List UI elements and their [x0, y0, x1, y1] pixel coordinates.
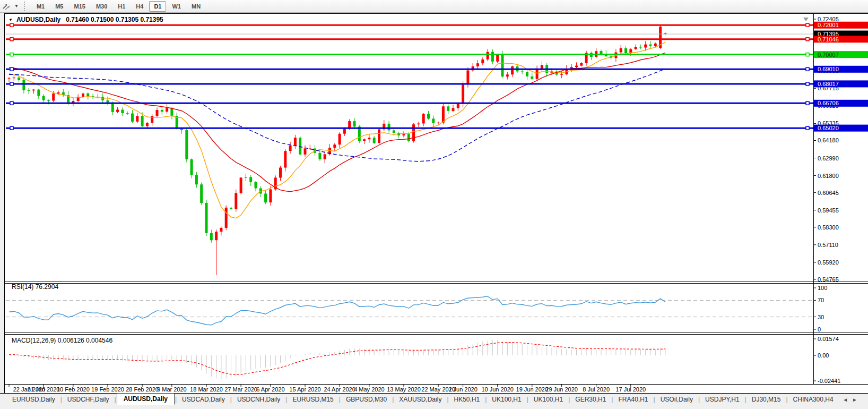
chart-dropdown-icon[interactable]: ▼ [8, 18, 13, 22]
hline-price-label-0.66706: 0.66706 [814, 100, 868, 107]
timeframe-button-m1[interactable]: M1 [32, 1, 49, 12]
svg-text:19 Feb 2020: 19 Feb 2020 [91, 386, 124, 393]
symbol-tab-bar: EURUSD,Daily|USDCHF,Daily|AUDUSD,Daily|U… [0, 393, 868, 405]
svg-text:0.64180: 0.64180 [818, 137, 839, 143]
svg-text:0.65020: 0.65020 [818, 125, 839, 131]
svg-text:18 Mar 2020: 18 Mar 2020 [190, 386, 223, 393]
symbol-tab-uk100-h1[interactable]: UK100,H1 [529, 394, 568, 405]
svg-text:0.60645: 0.60645 [818, 190, 839, 196]
hline-price-label-0.70007: 0.70007 [814, 51, 868, 58]
toolbar-grip[interactable] [24, 2, 27, 11]
svg-text:70: 70 [818, 297, 824, 303]
symbol-tab-ger30-h1[interactable]: GER30,H1 [570, 394, 611, 405]
bottom-strip [0, 405, 868, 409]
svg-text:0.68017: 0.68017 [818, 81, 839, 87]
chart-ohlc-values: 0.71460 0.71500 0.71305 0.71395 [66, 16, 163, 23]
symbol-tab-hk50-h1[interactable]: HK50,H1 [449, 394, 485, 405]
svg-text:28 Feb 2020: 28 Feb 2020 [126, 386, 159, 393]
chart-symbol-label: AUDUSD,Daily [16, 16, 60, 23]
svg-text:8 Jul 2020: 8 Jul 2020 [583, 386, 610, 393]
svg-text:29 Jun 2020: 29 Jun 2020 [545, 386, 578, 393]
svg-text:0: 0 [818, 326, 821, 333]
svg-text:0.62990: 0.62990 [818, 155, 839, 161]
chart-canvas[interactable]: 0.724050.712150.700600.689050.677150.665… [5, 14, 868, 394]
tabs-scroll-arrows[interactable]: ◄► [843, 397, 868, 403]
timeframe-button-m5[interactable]: M5 [50, 1, 68, 12]
timeframe-button-m15[interactable]: M15 [69, 1, 90, 12]
symbol-tab-uk100-h1[interactable]: UK100,H1 [487, 394, 526, 405]
hline-price-label-0.72001: 0.72001 [814, 22, 868, 29]
chart-title: ▼ AUDUSD,Daily 0.71460 0.71500 0.71305 0… [8, 16, 163, 23]
hline-price-label-0.65020: 0.65020 [814, 125, 868, 132]
svg-text:30: 30 [818, 314, 824, 320]
hline-price-label-0.71046: 0.71046 [814, 36, 868, 42]
rsi-indicator-label: RSI(14) 76.2904 [12, 283, 58, 291]
symbol-tab-usdcad-daily[interactable]: USDCAD,Daily [177, 394, 230, 405]
svg-text:19 Jun 2020: 19 Jun 2020 [516, 386, 549, 393]
svg-text:0.55920: 0.55920 [818, 259, 839, 266]
svg-text:100: 100 [818, 285, 827, 291]
svg-text:0.61800: 0.61800 [818, 173, 839, 179]
svg-text:1 Jun 2020: 1 Jun 2020 [448, 386, 477, 393]
svg-text:17 Jul 2020: 17 Jul 2020 [615, 386, 646, 393]
svg-text:4 May 2020: 4 May 2020 [354, 386, 384, 393]
symbol-tab-china300-h4[interactable]: CHINA300,H4 [788, 394, 838, 405]
svg-text:0.01574: 0.01574 [818, 336, 839, 342]
svg-text:0.58300: 0.58300 [818, 224, 839, 231]
timeframe-button-w1[interactable]: W1 [167, 1, 186, 12]
symbol-tab-eurusd-m15[interactable]: EURUSD,M15 [288, 394, 338, 405]
svg-text:0.57110: 0.57110 [818, 242, 838, 248]
svg-text:9 Mar 2020: 9 Mar 2020 [157, 386, 187, 393]
svg-text:10 Jun 2020: 10 Jun 2020 [481, 386, 514, 393]
svg-text:6 Apr 2020: 6 Apr 2020 [256, 386, 284, 393]
symbol-tab-usdchf-daily[interactable]: USDCHF,Daily [63, 394, 114, 405]
svg-text:27 Mar 2020: 27 Mar 2020 [224, 386, 257, 393]
tabs-scroll-right-icon[interactable]: ► [852, 397, 862, 403]
symbol-tab-gbpusd-m30[interactable]: GBPUSD,M30 [341, 394, 392, 405]
symbol-tab-dj30-m15[interactable]: DJ30,M15 [747, 394, 786, 405]
svg-text:0.72405: 0.72405 [818, 16, 839, 22]
chevron-down-icon: ▼ [14, 4, 19, 8]
svg-text:10 Feb 2020: 10 Feb 2020 [57, 386, 90, 393]
symbol-tab-fra40-h1[interactable]: FRA40,H1 [613, 394, 653, 405]
svg-text:0.00: 0.00 [818, 352, 829, 359]
svg-text:0.66706: 0.66706 [818, 100, 839, 106]
symbol-tab-usdcnh-daily[interactable]: USDCNH,Daily [232, 394, 285, 405]
hline-price-label-0.68017: 0.68017 [814, 80, 868, 87]
tabs-scroll-left-icon[interactable]: ◄ [843, 397, 852, 403]
top-toolbar: ▼ M1M5M15M30H1H4D1W1MN [0, 0, 868, 13]
svg-text:0.72001: 0.72001 [818, 22, 839, 28]
symbol-tab-eurusd-daily[interactable]: EURUSD,Daily [7, 394, 60, 405]
symbol-tab-usoil-daily[interactable]: USOil,Daily [656, 394, 698, 405]
timeframe-button-d1[interactable]: D1 [149, 1, 166, 12]
svg-text:0.54765: 0.54765 [818, 276, 839, 283]
svg-text:0.70007: 0.70007 [818, 52, 839, 58]
chart-tools-icon [2, 2, 12, 11]
timeframe-button-m30[interactable]: M30 [91, 1, 112, 12]
svg-text:15 Apr 2020: 15 Apr 2020 [289, 386, 320, 393]
svg-text:0.59455: 0.59455 [818, 207, 839, 214]
timeframe-button-h1[interactable]: H1 [113, 1, 130, 12]
hline-price-label-0.69010: 0.69010 [814, 66, 868, 73]
timeframe-button-mn[interactable]: MN [187, 1, 205, 12]
chart-tools-button[interactable]: ▼ [0, 2, 22, 11]
svg-text:0.71046: 0.71046 [818, 36, 839, 42]
symbol-tab-usdjpy-h1[interactable]: USDJPY,H1 [700, 394, 744, 405]
timeframe-button-h4[interactable]: H4 [131, 1, 148, 12]
chart-window[interactable]: 0.724050.712150.700600.689050.677150.665… [4, 13, 868, 393]
symbol-tab-xauusd-daily[interactable]: XAUUSD,Daily [394, 394, 446, 405]
svg-text:24 Apr 2020: 24 Apr 2020 [324, 386, 355, 393]
svg-text:0.69010: 0.69010 [818, 66, 839, 72]
macd-indicator-label: MACD(12,26,9) 0.006126 0.004546 [12, 337, 112, 344]
svg-text:31 Jan 2020: 31 Jan 2020 [28, 386, 60, 393]
symbol-tab-audusd-daily[interactable]: AUDUSD,Daily [117, 393, 175, 405]
svg-text:-0.02441: -0.02441 [818, 378, 840, 384]
svg-text:13 May 2020: 13 May 2020 [387, 386, 421, 393]
